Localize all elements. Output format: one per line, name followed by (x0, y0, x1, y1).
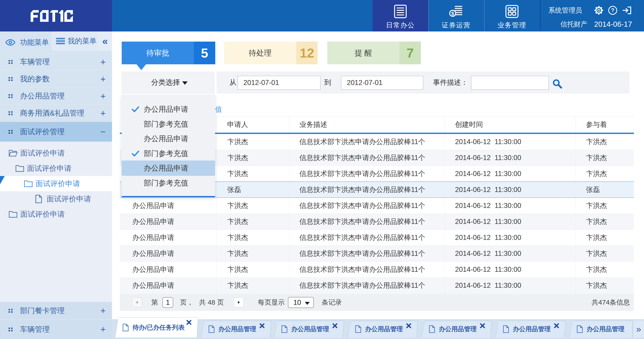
help-icon[interactable]: ? (608, 5, 618, 15)
bottom-tab-3[interactable]: 办公用品管理 (274, 321, 344, 338)
sidebar-subitem-3[interactable]: 面试评价申请 (0, 176, 112, 191)
sidebar-menu-bottom: 部门餐卡管理+车辆管理+ (0, 302, 112, 339)
sidebar-item-3[interactable]: 办公用品管理+ (0, 88, 112, 104)
category-dropdown: 办公用品申请部门参考充值办公用品申请部门参考充值办公用品申请部门参考充值 (122, 95, 215, 197)
event-desc-input[interactable] (471, 76, 549, 90)
sidebar-item-4[interactable]: 商务用酒&礼品管理+ (0, 105, 112, 122)
active-stat-pointer (136, 64, 146, 70)
sidebar-tab-my-menu[interactable]: 我的菜单 (51, 31, 98, 51)
table-row-6[interactable]: 办公用品申请卞洪杰信息技术部卞洪杰申请办公用品胶棒11个2014-06-12 1… (120, 214, 634, 230)
document-icon (502, 325, 509, 333)
sidebar-collapse-button[interactable]: « (98, 31, 112, 51)
sidebar-item-2[interactable]: 我的参数+ (0, 71, 112, 87)
close-icon[interactable] (186, 320, 192, 325)
dropdown-option-3[interactable]: 办公用品申请 (122, 131, 215, 146)
dropdown-option-5[interactable]: 办公用品申请 (122, 161, 215, 176)
next-page-button[interactable] (234, 298, 244, 307)
bottom-tab-5[interactable]: 办公用品管理 (421, 321, 492, 338)
table-row-8[interactable]: 办公用品申请卞洪杰信息技术部卞洪杰申请办公用品胶棒11个2014-06-12 1… (120, 246, 634, 262)
bottom-tab-2[interactable]: 办公用品管理 (201, 321, 271, 338)
applied-filter-link[interactable]: 值 (215, 105, 222, 114)
bottom-tab-4[interactable]: 办公用品管理 (348, 321, 418, 338)
stat-card-count: 12 (296, 41, 318, 64)
dropdown-option-label: 部门参考充值 (144, 148, 188, 158)
expand-plus-icon[interactable]: + (98, 325, 108, 335)
submenu-label: 面试评价申请 (27, 163, 72, 174)
table-row-5[interactable]: 办公用品申请卞洪杰信息技术部卞洪杰申请办公用品胶棒11个2014-06-12 1… (120, 198, 634, 214)
cell-desc: 信息技术部卞洪杰申请办公用品胶棒11个 (289, 246, 445, 262)
expand-plus-icon[interactable]: + (98, 91, 108, 101)
dropdown-option-1[interactable]: 办公用品申请 (122, 102, 215, 117)
check-icon (132, 106, 139, 112)
more-tabs-button[interactable]: » (633, 321, 644, 338)
cell-applicant: 卞洪杰 (216, 166, 289, 182)
check-icon (132, 150, 139, 156)
sidebar-tab-function-menu[interactable]: 功能菜单 (0, 31, 51, 53)
close-icon[interactable] (332, 323, 338, 329)
tab-label: 待办/已办任务列表 (132, 323, 185, 332)
table-row-10[interactable]: 办公用品申请卞洪杰信息技术部卞洪杰申请办公用品胶棒11个2014-06-12 1… (120, 278, 634, 294)
logout-icon[interactable] (622, 5, 632, 15)
stat-card-1[interactable]: 待审批5 (122, 41, 215, 64)
sidebar-subitem-5[interactable]: 面试评价申请 (0, 207, 112, 222)
sidebar-item-1[interactable]: 车辆管理+ (0, 53, 112, 70)
close-icon[interactable] (554, 323, 559, 329)
dropdown-option-4[interactable]: 部门参考充值 (122, 146, 215, 161)
sidebar-subitem-4[interactable]: 面试评价申请 (0, 191, 112, 207)
stat-card-3[interactable]: 提 醒7 (327, 41, 421, 64)
cell-desc: 信息技术部卞洪杰申请办公用品胶棒11个 (289, 134, 445, 150)
top-nav-item-2[interactable]: $证券运营 (428, 0, 484, 31)
cell-participant: 卞洪杰 (576, 278, 634, 293)
menu-label: 办公用品管理 (20, 91, 64, 101)
drag-dots-icon (8, 93, 13, 99)
menu-label: 面试评价管理 (20, 127, 64, 137)
dropdown-option-6[interactable]: 部门参考充值 (122, 175, 215, 191)
tab-label: 办公用品管理 (513, 325, 551, 334)
top-nav-item-1[interactable]: 日常办公 (372, 0, 428, 31)
cell-type: 办公用品申请 (120, 214, 216, 230)
sidebar-subitem-2[interactable]: 面试评价申请 (0, 161, 112, 176)
bottom-tab-1[interactable]: 待办/已办任务列表 (115, 318, 198, 338)
per-page-select[interactable]: 10 (288, 297, 314, 308)
sidebar-bottom-item-2[interactable]: 车辆管理+ (0, 320, 112, 339)
collapse-minus-icon[interactable]: − (98, 127, 108, 137)
cell-participant: 卞洪杰 (576, 246, 634, 262)
top-nav-item-3[interactable]: 业务管理 (484, 0, 540, 31)
gear-icon[interactable] (594, 5, 604, 15)
category-filter[interactable]: 分类选择 (122, 71, 214, 93)
close-icon[interactable] (259, 323, 265, 329)
coin-lines-icon: $ (449, 4, 464, 19)
expand-plus-icon[interactable]: + (98, 57, 108, 67)
pagination-bar: 第 页， 共 48 页 每页显示 10 条记录 共474条信息 (120, 294, 634, 311)
tab-label: 办公用品管理 (365, 325, 403, 334)
stat-card-2[interactable]: 待处理12 (224, 41, 318, 64)
stat-card-label: 待处理 (224, 41, 296, 64)
submenu-label: 面试评价申请 (46, 194, 91, 204)
table-row-7[interactable]: 办公用品申请卞洪杰信息技术部卞洪杰申请办公用品胶棒11个2014-06-12 1… (120, 230, 634, 246)
menu-icon (56, 38, 65, 44)
from-date-input[interactable] (238, 76, 320, 90)
sidebar-bottom-item-1[interactable]: 部门餐卡管理+ (0, 302, 112, 320)
cell-participant: 卞洪杰 (576, 214, 634, 230)
to-date-input[interactable] (341, 76, 423, 90)
sidebar-item-5[interactable]: 面试评价管理− (0, 122, 112, 142)
expand-plus-icon[interactable]: + (98, 306, 108, 316)
expand-plus-icon[interactable]: + (98, 74, 108, 84)
cell-desc: 信息技术部卞洪杰申请办公用品胶棒11个 (289, 182, 445, 197)
cell-participant: 卞洪杰 (576, 230, 634, 246)
bottom-tab-7[interactable]: 办公用品管理 (569, 321, 633, 338)
sidebar-subitem-1[interactable]: 面试评价申请 (0, 145, 112, 161)
close-icon[interactable] (480, 323, 485, 329)
table-row-9[interactable]: 办公用品申请卞洪杰信息技术部卞洪杰申请办公用品胶棒11个2014-06-12 1… (120, 262, 634, 278)
per-page-label: 每页显示 (258, 294, 285, 311)
search-icon[interactable] (552, 78, 562, 89)
close-icon[interactable] (406, 323, 412, 329)
expand-plus-icon[interactable]: + (98, 108, 108, 118)
dropdown-option-2[interactable]: 部门参考充值 (122, 116, 215, 132)
user-info-row: 系统管理员 ? (548, 5, 632, 15)
bottom-tab-6[interactable]: 办公用品管理 (495, 321, 566, 338)
cell-applicant: 卞洪杰 (216, 230, 289, 246)
page-number-input[interactable] (162, 297, 173, 308)
cell-desc: 信息技术部卞洪杰申请办公用品胶棒11个 (289, 230, 445, 246)
prev-page-button[interactable] (132, 298, 142, 307)
